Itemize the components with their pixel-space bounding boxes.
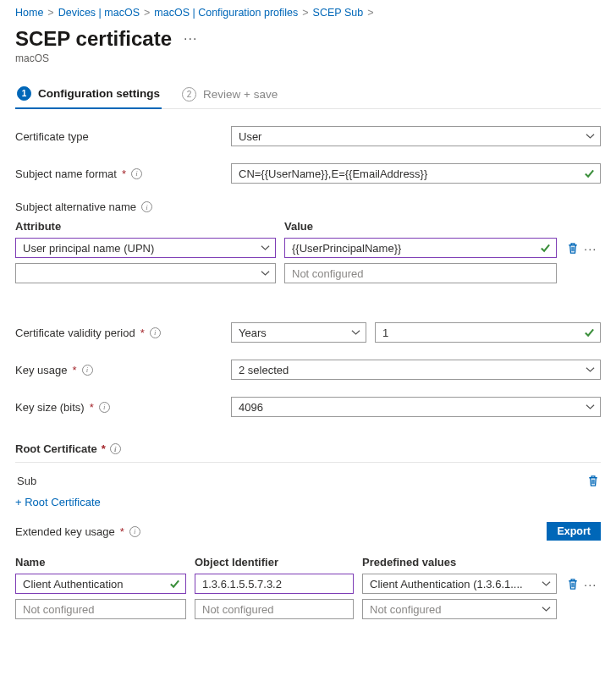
chevron-down-icon bbox=[542, 605, 551, 614]
chevron-down-icon bbox=[261, 269, 270, 278]
eku-table: Name Object Identifier Predefined values… bbox=[15, 556, 601, 619]
eku-col-name: Name bbox=[15, 556, 195, 568]
key-usage-select[interactable]: 2 selected bbox=[231, 360, 601, 380]
chevron-down-icon bbox=[261, 244, 270, 253]
delete-row-button[interactable] bbox=[567, 242, 579, 255]
info-icon[interactable]: i bbox=[110, 443, 121, 454]
tab-label: Configuration settings bbox=[38, 87, 160, 100]
breadcrumb-profiles[interactable]: macOS | Configuration profiles bbox=[154, 7, 298, 19]
tab-configuration-settings[interactable]: 1 Configuration settings bbox=[15, 86, 162, 109]
select-value: Years bbox=[239, 327, 267, 339]
validity-unit-select[interactable]: Years bbox=[231, 322, 366, 343]
input-placeholder: Not configured bbox=[292, 267, 364, 280]
input-placeholder: Not configured bbox=[202, 603, 274, 616]
validity-period-label: Certificate validity period bbox=[15, 327, 135, 339]
san-col-attribute: Attribute bbox=[15, 220, 284, 233]
tab-review-save[interactable]: 2 Review + save bbox=[180, 86, 279, 108]
info-icon[interactable]: i bbox=[131, 168, 142, 179]
step-number-1: 1 bbox=[17, 86, 31, 101]
san-attribute-select[interactable]: User principal name (UPN) bbox=[15, 238, 276, 258]
san-value-input[interactable]: {{UserPrincipalName}} bbox=[284, 238, 557, 258]
more-actions-icon[interactable]: ··· bbox=[184, 32, 197, 46]
check-icon bbox=[169, 579, 180, 590]
required-marker: * bbox=[140, 327, 145, 339]
delete-row-button[interactable] bbox=[567, 578, 579, 590]
chevron-down-icon bbox=[351, 328, 360, 338]
select-placeholder: Not configured bbox=[370, 603, 442, 616]
key-size-label: Key size (bits) bbox=[15, 401, 85, 414]
breadcrumb-devices[interactable]: Devices | macOS bbox=[58, 7, 140, 19]
san-attribute-select-empty[interactable] bbox=[15, 263, 276, 283]
chevron-down-icon bbox=[586, 365, 595, 375]
field-value: 1.3.6.1.5.5.7.3.2 bbox=[202, 578, 282, 590]
info-icon[interactable]: i bbox=[99, 402, 110, 413]
breadcrumb-home[interactable]: Home bbox=[15, 7, 43, 19]
certificate-type-select[interactable]: User bbox=[231, 126, 601, 146]
select-value: User bbox=[239, 130, 261, 143]
eku-predefined-select[interactable]: Client Authentication (1.3.6.1.... bbox=[362, 574, 557, 594]
info-icon[interactable]: i bbox=[129, 526, 140, 537]
info-icon[interactable]: i bbox=[141, 201, 152, 212]
breadcrumb: Home > Devices | macOS > macOS | Configu… bbox=[15, 7, 601, 19]
san-table: Attribute Value User principal name (UPN… bbox=[15, 220, 601, 283]
field-value: Client Authentication bbox=[23, 578, 124, 590]
required-marker: * bbox=[102, 442, 106, 455]
required-marker: * bbox=[90, 401, 94, 414]
check-icon bbox=[584, 168, 595, 179]
chevron-down-icon bbox=[586, 403, 595, 412]
san-col-value: Value bbox=[284, 220, 601, 233]
tab-label: Review + save bbox=[203, 88, 278, 101]
key-size-select[interactable]: 4096 bbox=[231, 397, 601, 417]
root-certificate-section: Root Certificate * i Sub + Root Certific… bbox=[15, 442, 601, 508]
select-value: User principal name (UPN) bbox=[23, 242, 154, 255]
page-title: SCEP certificate bbox=[15, 27, 172, 51]
row-more-icon[interactable]: ··· bbox=[584, 578, 597, 590]
delete-root-button[interactable] bbox=[587, 475, 599, 487]
key-usage-label: Key usage bbox=[15, 364, 67, 376]
chevron-right-icon: > bbox=[144, 7, 150, 19]
root-certificate-item: Sub bbox=[15, 471, 601, 496]
subject-name-format-label: Subject name format bbox=[15, 168, 117, 180]
required-marker: * bbox=[120, 525, 124, 538]
root-item-name: Sub bbox=[17, 475, 36, 487]
eku-name-field-empty[interactable]: Not configured bbox=[15, 599, 186, 619]
input-value: 1 bbox=[382, 327, 388, 339]
eku-oid-field-empty[interactable]: Not configured bbox=[195, 599, 354, 619]
wizard-tabs: 1 Configuration settings 2 Review + save bbox=[15, 86, 601, 109]
select-value: 4096 bbox=[239, 401, 263, 414]
san-label: Subject alternative name bbox=[15, 200, 136, 213]
add-root-certificate-link[interactable]: + Root Certificate bbox=[15, 496, 601, 508]
san-row-empty: Not configured bbox=[15, 263, 601, 283]
chevron-right-icon: > bbox=[47, 7, 53, 19]
eku-name-field[interactable]: Client Authentication bbox=[15, 574, 186, 594]
required-marker: * bbox=[72, 364, 76, 376]
eku-oid-field[interactable]: 1.3.6.1.5.5.7.3.2 bbox=[195, 574, 354, 594]
eku-predefined-select-empty[interactable]: Not configured bbox=[362, 599, 557, 619]
required-marker: * bbox=[122, 168, 126, 180]
eku-row-empty: Not configured Not configured Not config… bbox=[15, 599, 601, 619]
root-certificate-label: Root Certificate bbox=[15, 442, 97, 455]
chevron-down-icon bbox=[586, 132, 595, 141]
san-value-input-empty[interactable]: Not configured bbox=[284, 263, 557, 283]
chevron-down-icon bbox=[542, 579, 551, 589]
info-icon[interactable]: i bbox=[82, 365, 93, 376]
export-button[interactable]: Export bbox=[547, 522, 601, 541]
chevron-right-icon: > bbox=[367, 7, 373, 19]
certificate-type-label: Certificate type bbox=[15, 130, 89, 143]
subject-name-format-input[interactable]: CN={{UserName}},E={{EmailAddress}} bbox=[231, 163, 601, 184]
eku-label: Extended key usage bbox=[15, 525, 115, 538]
row-more-icon[interactable]: ··· bbox=[584, 242, 597, 255]
eku-row: Client Authentication 1.3.6.1.5.5.7.3.2 … bbox=[15, 574, 601, 594]
input-placeholder: Not configured bbox=[23, 603, 95, 616]
breadcrumb-scep-sub[interactable]: SCEP Sub bbox=[313, 7, 364, 19]
check-icon bbox=[584, 327, 595, 338]
info-icon[interactable]: i bbox=[150, 327, 161, 338]
chevron-right-icon: > bbox=[302, 7, 308, 19]
input-value: {{UserPrincipalName}} bbox=[292, 242, 401, 255]
select-value: 2 selected bbox=[239, 364, 289, 376]
eku-col-predefined: Predefined values bbox=[362, 556, 601, 568]
validity-value-input[interactable]: 1 bbox=[375, 322, 601, 343]
check-icon bbox=[540, 243, 551, 254]
san-row: User principal name (UPN) {{UserPrincipa… bbox=[15, 238, 601, 258]
input-value: CN={{UserName}},E={{EmailAddress}} bbox=[239, 168, 427, 180]
